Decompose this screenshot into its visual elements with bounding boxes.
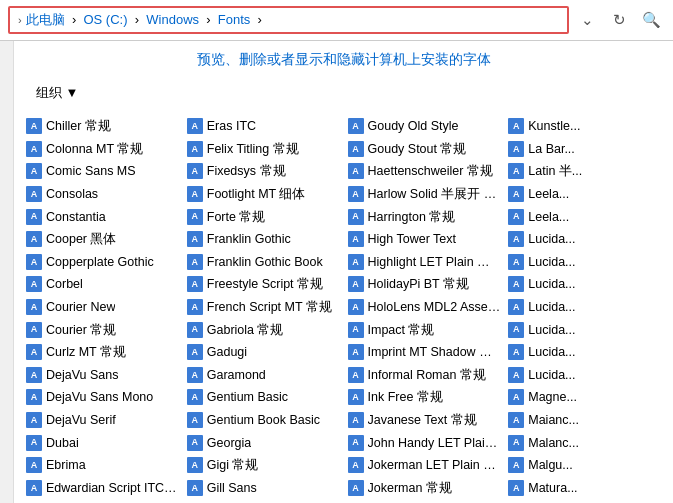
search-button[interactable]: 🔍 — [637, 6, 665, 34]
font-item[interactable]: AHoloLens MDL2 Assets 常规 — [344, 296, 505, 319]
font-item[interactable]: ACorbel — [22, 273, 183, 296]
dropdown-button[interactable]: ⌄ — [573, 6, 601, 34]
font-name-label: Malanc... — [528, 433, 579, 453]
font-item[interactable]: ACopperplate Gothic — [22, 250, 183, 273]
font-item[interactable]: AInk Free 常规 — [344, 386, 505, 409]
font-icon: A — [187, 163, 203, 179]
font-icon: A — [26, 231, 42, 247]
font-item[interactable]: ACourier 常规 — [22, 318, 183, 341]
font-item[interactable]: ADejaVu Sans — [22, 363, 183, 386]
font-item[interactable]: AMatura... — [504, 476, 665, 499]
font-item[interactable]: ALeela... — [504, 205, 665, 228]
font-name-label: Harlow Solid 半展开 斜体 — [368, 184, 501, 204]
path-segment-fonts[interactable]: Fonts — [218, 12, 251, 27]
font-icon: A — [26, 389, 42, 405]
font-item[interactable]: AKunstle... — [504, 115, 665, 138]
font-item[interactable]: AMaianc... — [504, 409, 665, 432]
path-segment-computer[interactable]: 此电脑 — [26, 12, 65, 27]
font-item[interactable]: AFranklin Gothic Book — [183, 250, 344, 273]
font-name-label: Highlight LET Plain 中等 — [368, 252, 501, 272]
font-item[interactable]: AGoudy Stout 常规 — [344, 138, 505, 161]
font-item[interactable]: ADubai — [22, 431, 183, 454]
font-item[interactable]: AChiller 常规 — [22, 115, 183, 138]
font-icon: A — [187, 322, 203, 338]
font-item[interactable]: ALatin 半... — [504, 160, 665, 183]
font-item[interactable]: ACourier New — [22, 296, 183, 319]
font-name-label: Impact 常规 — [368, 320, 435, 340]
font-item[interactable]: AImpact 常规 — [344, 318, 505, 341]
font-icon: A — [508, 457, 524, 473]
font-item[interactable]: AJavanese Text 常规 — [344, 409, 505, 432]
font-icon: A — [348, 163, 364, 179]
font-item[interactable]: AHigh Tower Text — [344, 228, 505, 251]
font-item[interactable]: AGoudy Old Style — [344, 115, 505, 138]
font-item[interactable]: AEbrima — [22, 454, 183, 477]
font-item[interactable]: AForte 常规 — [183, 205, 344, 228]
font-icon: A — [187, 141, 203, 157]
font-item[interactable]: AGentium Basic — [183, 386, 344, 409]
font-item[interactable]: ALucida... — [504, 273, 665, 296]
font-item[interactable]: ALeela... — [504, 183, 665, 206]
font-item[interactable]: AGaramond — [183, 363, 344, 386]
font-item[interactable]: AFootlight MT 细体 — [183, 183, 344, 206]
font-item[interactable]: AConsolas — [22, 183, 183, 206]
font-item[interactable]: AMalgu... — [504, 454, 665, 477]
font-item[interactable]: ACooper 黑体 — [22, 228, 183, 251]
font-name-label: High Tower Text — [368, 229, 456, 249]
font-item[interactable]: ALucida... — [504, 228, 665, 251]
font-icon: A — [508, 254, 524, 270]
organize-button[interactable]: 组织 ▼ — [30, 81, 84, 105]
font-item[interactable]: AGadugi — [183, 341, 344, 364]
font-item[interactable]: AMalanc... — [504, 431, 665, 454]
font-name-label: Gadugi — [207, 342, 247, 362]
font-name-label: HoloLens MDL2 Assets 常规 — [368, 297, 501, 317]
font-item[interactable]: AGeorgia — [183, 431, 344, 454]
font-item[interactable]: ALucida... — [504, 363, 665, 386]
font-name-label: Lucida... — [528, 229, 575, 249]
font-item[interactable]: AFelix Titling 常规 — [183, 138, 344, 161]
font-item[interactable]: AHarrington 常规 — [344, 205, 505, 228]
font-item[interactable]: AFreestyle Script 常规 — [183, 273, 344, 296]
font-item[interactable]: AInformal Roman 常规 — [344, 363, 505, 386]
refresh-button[interactable]: ↻ — [605, 6, 633, 34]
font-item[interactable]: AGentium Book Basic — [183, 409, 344, 432]
font-icon: A — [26, 480, 42, 496]
path-segment-c[interactable]: OS (C:) — [83, 12, 127, 27]
font-item[interactable]: AColonna MT 常规 — [22, 138, 183, 161]
font-item[interactable]: ALa Bar... — [504, 138, 665, 161]
font-item[interactable]: AFixedsys 常规 — [183, 160, 344, 183]
font-icon: A — [26, 344, 42, 360]
font-item[interactable]: AConstantia — [22, 205, 183, 228]
font-icon: A — [348, 231, 364, 247]
font-name-label: Garamond — [207, 365, 266, 385]
font-item[interactable]: ADejaVu Serif — [22, 409, 183, 432]
font-item[interactable]: ALucida... — [504, 318, 665, 341]
path-input[interactable]: › 此电脑 › OS (C:) › Windows › Fonts › — [8, 6, 569, 34]
font-item[interactable]: AEras ITC — [183, 115, 344, 138]
font-item[interactable]: AHaettenschweiler 常规 — [344, 160, 505, 183]
font-item[interactable]: AImprint MT Shadow 常规 — [344, 341, 505, 364]
font-item[interactable]: AComic Sans MS — [22, 160, 183, 183]
font-item[interactable]: AFranklin Gothic — [183, 228, 344, 251]
font-icon: A — [348, 412, 364, 428]
font-item[interactable]: AJohn Handy LET Plain 中等 — [344, 431, 505, 454]
font-item[interactable]: AEdwardian Script ITC 常规 — [22, 476, 183, 499]
path-segment-windows[interactable]: Windows — [146, 12, 199, 27]
font-item[interactable]: AHighlight LET Plain 中等 — [344, 250, 505, 273]
font-item[interactable]: AGigi 常规 — [183, 454, 344, 477]
font-name-label: Latin 半... — [528, 161, 582, 181]
font-item[interactable]: AGill Sans — [183, 476, 344, 499]
font-item[interactable]: ALucida... — [504, 250, 665, 273]
font-item[interactable]: AFrench Script MT 常规 — [183, 296, 344, 319]
font-item[interactable]: ALucida... — [504, 296, 665, 319]
font-item[interactable]: AJokerman 常规 — [344, 476, 505, 499]
font-item[interactable]: ADejaVu Sans Mono — [22, 386, 183, 409]
font-icon: A — [26, 322, 42, 338]
font-item[interactable]: AMagne... — [504, 386, 665, 409]
font-item[interactable]: ACurlz MT 常规 — [22, 341, 183, 364]
font-item[interactable]: ALucida... — [504, 341, 665, 364]
font-item[interactable]: AHolidayPi BT 常规 — [344, 273, 505, 296]
font-item[interactable]: AHarlow Solid 半展开 斜体 — [344, 183, 505, 206]
font-item[interactable]: AJokerman LET Plain 中等 — [344, 454, 505, 477]
font-item[interactable]: AGabriola 常规 — [183, 318, 344, 341]
